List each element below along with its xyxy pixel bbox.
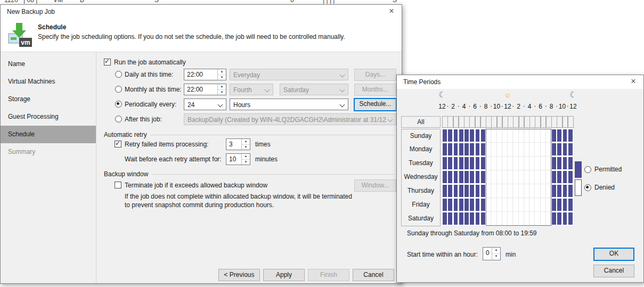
time-cell-permitted[interactable] [454,157,458,169]
time-cell-permitted[interactable] [568,185,573,197]
time-cell-permitted[interactable] [552,171,556,183]
time-cell-denied[interactable] [508,170,513,184]
all-hour-cell[interactable] [497,116,503,128]
spinner-arrows-icon[interactable]: ▲▼ [241,154,250,165]
time-cell-permitted[interactable] [448,143,452,155]
day-row-label[interactable]: Saturday [401,212,441,226]
time-cell-permitted[interactable] [476,143,480,155]
day-row-label[interactable]: Monday [401,143,441,157]
all-hour-cell[interactable] [529,116,535,128]
period-unit-combo[interactable]: Hours [230,99,348,110]
sidebar-item-guest-processing[interactable]: Guest Processing [1,108,96,126]
time-cell-permitted[interactable] [459,185,463,197]
all-hour-cell[interactable] [568,116,574,128]
all-hour-cell[interactable] [469,116,475,128]
time-cell-denied[interactable] [491,157,496,170]
all-hour-cell[interactable] [508,116,513,128]
time-cell-permitted[interactable] [459,157,463,169]
time-cell-denied[interactable] [546,129,551,143]
permitted-radio[interactable] [584,166,591,173]
time-cell-permitted[interactable] [464,199,469,211]
sidebar-item-virtual-machines[interactable]: Virtual Machines [1,73,96,91]
time-cell-permitted[interactable] [454,185,458,197]
time-cell-permitted[interactable] [552,212,556,225]
time-cell-permitted[interactable] [563,199,567,211]
time-cell-denied[interactable] [541,198,546,212]
time-cell-denied[interactable] [486,184,491,198]
time-cell-denied[interactable] [519,157,524,170]
time-cell-permitted[interactable] [459,143,463,155]
time-cell-denied[interactable] [502,143,508,157]
time-cell-permitted[interactable] [557,143,561,155]
time-cell-permitted[interactable] [443,143,447,155]
time-cell-denied[interactable] [508,184,513,198]
time-cell-permitted[interactable] [448,157,452,169]
time-cell-denied[interactable] [524,143,529,157]
time-cell-permitted[interactable] [557,171,561,183]
time-cell-denied[interactable] [513,143,518,157]
time-cell-denied[interactable] [486,129,491,143]
time-cell-denied[interactable] [541,129,546,143]
time-cell-permitted[interactable] [443,212,447,225]
time-cell-permitted[interactable] [454,212,458,225]
time-cell-permitted[interactable] [470,171,474,183]
monthly-radio[interactable] [115,86,122,93]
time-cell-permitted[interactable] [459,171,463,183]
all-hour-cell[interactable] [524,116,530,128]
all-hour-cell[interactable] [557,116,563,128]
time-cell-permitted[interactable] [443,199,447,211]
time-cell-denied[interactable] [486,198,491,212]
close-icon[interactable]: × [387,6,396,16]
time-cell-permitted[interactable] [568,212,573,225]
all-hour-cell[interactable] [563,116,568,128]
day-row-label[interactable]: Tuesday [401,157,441,171]
all-hour-cell[interactable] [541,116,547,128]
all-hour-cell[interactable] [535,116,541,128]
time-cell-permitted[interactable] [470,129,474,142]
spinner-arrows-icon[interactable]: ▲▼ [241,139,250,150]
time-cell-permitted[interactable] [552,143,556,155]
time-cell-denied[interactable] [491,170,496,184]
time-cell-permitted[interactable] [481,171,485,183]
all-hour-cell[interactable] [519,116,525,128]
time-cell-permitted[interactable] [459,199,463,211]
time-cell-denied[interactable] [502,212,508,226]
time-cell-denied[interactable] [519,212,524,226]
all-hour-cell[interactable] [442,116,448,128]
time-cell-denied[interactable] [513,212,518,226]
time-cell-permitted[interactable] [470,199,474,211]
day-row-label[interactable]: Wednesday [401,170,441,185]
time-cell-denied[interactable] [529,212,535,226]
time-cell-permitted[interactable] [568,171,573,183]
time-cell-denied[interactable] [529,157,535,170]
time-cell-denied[interactable] [535,212,540,226]
time-cell-permitted[interactable] [552,157,556,169]
spinner-arrows-icon[interactable]: ▲▼ [492,248,500,260]
terminate-checkbox[interactable]: ✓ [115,182,121,188]
all-hour-cell[interactable] [551,116,557,128]
time-cell-permitted[interactable] [476,185,480,197]
all-hour-cell[interactable] [491,116,497,128]
daily-radio[interactable] [115,71,122,78]
time-cell-denied[interactable] [486,143,491,157]
time-cell-denied[interactable] [502,129,508,143]
all-hour-cell[interactable] [546,116,552,128]
time-cell-permitted[interactable] [448,185,452,197]
time-cell-denied[interactable] [524,198,529,212]
time-cell-permitted[interactable] [557,185,561,197]
time-cell-denied[interactable] [519,198,524,212]
all-hour-cell[interactable] [475,116,481,128]
time-cell-permitted[interactable] [557,212,561,225]
time-cell-denied[interactable] [497,157,502,170]
time-cell-denied[interactable] [497,129,502,143]
time-cell-denied[interactable] [508,198,513,212]
time-cell-permitted[interactable] [557,199,561,211]
time-cell-denied[interactable] [497,184,502,198]
time-cell-permitted[interactable] [568,143,573,155]
retry-checkbox[interactable]: ✓ [115,141,121,147]
retry-count-spinner[interactable]: 3 ▲▼ [226,138,250,150]
time-cell-permitted[interactable] [552,185,556,197]
time-cell-denied[interactable] [497,143,502,157]
time-cell-denied[interactable] [519,170,524,184]
time-cell-denied[interactable] [513,184,518,198]
